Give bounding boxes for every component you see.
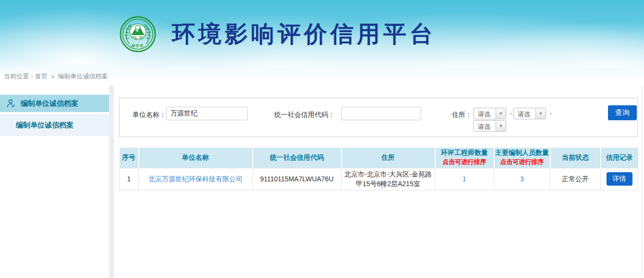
province-select[interactable]: 请选择 ▼ [474, 108, 506, 119]
chevron-down-icon: ▼ [496, 121, 506, 131]
address-dash: - [549, 110, 552, 117]
detail-button[interactable]: 详情 [607, 172, 632, 186]
breadcrumb-prefix: 当前位置： [4, 72, 35, 81]
breadcrumb-home-link[interactable]: 首页 [35, 72, 48, 81]
col-header-address: 住所 [341, 148, 435, 168]
breadcrumb-current: 编制单位诚信档案 [58, 72, 108, 81]
table-header-row: 序号 单位名称 统一社会信用代码 住所 环评工程师数量 点击可进行排序 主要编制… [120, 148, 638, 168]
svg-text:MEE: MEE [132, 43, 145, 48]
site-banner: MEE 环境影响评价信用平台 [0, 0, 644, 67]
sidebar-parent-label: 编制单位诚信档案 [21, 99, 78, 108]
address-dash: - [510, 110, 512, 117]
unit-name-label: 单位名称： [133, 111, 166, 119]
district-select[interactable]: 请选择 ▼ [474, 120, 506, 132]
col-header-unit-name: 单位名称 [139, 148, 253, 168]
table-row: 1 北京万源世纪环保科技有限公司 91110115MA7LWUA76U 北京市-… [120, 168, 638, 190]
col-header-index: 序号 [120, 148, 139, 168]
chevron-down-icon: ▼ [535, 108, 546, 119]
col-header-credit-record: 信用记录 [601, 148, 638, 168]
sidebar-divider [109, 86, 114, 278]
chevron-down-icon: ▼ [496, 108, 506, 119]
sidebar-subitem-label: 编制单位诚信档案 [16, 121, 73, 130]
search-panel: 单位名称： 统一社会信用代码： 住所： 请选择 ▼ - 请选择 ▼ - 请选择 … [119, 98, 638, 137]
sort-hint: 点击可进行排序 [436, 158, 494, 166]
unit-name-input[interactable] [166, 107, 248, 120]
col-header-staff-count-sort[interactable]: 主要编制人员数量 点击可进行排序 [494, 148, 550, 168]
address-label: 住所： [452, 111, 472, 119]
mee-logo-icon: MEE [119, 15, 157, 53]
cell-index: 1 [120, 168, 139, 190]
sort-hint: 点击可进行排序 [495, 158, 550, 166]
person-check-icon [6, 98, 16, 109]
col-header-status: 当前状态 [550, 148, 601, 168]
cell-credit-code: 91110115MA7LWUA76U [253, 168, 341, 190]
sidebar-item-unit-credit-archive[interactable]: 编制单位诚信档案 [0, 95, 109, 112]
site-title: 环境影响评价信用平台 [172, 19, 436, 50]
sidebar: 编制单位诚信档案 编制单位诚信档案 [0, 86, 109, 278]
col-header-credit-code: 统一社会信用代码 [253, 148, 341, 168]
city-select[interactable]: 请选择 ▼ [513, 108, 546, 119]
cell-address: 北京市-北京市-大兴区-金苑路 甲15号6幢2层A215室 [341, 168, 435, 190]
engineer-count-link[interactable]: 1 [462, 175, 466, 183]
company-name-link[interactable]: 北京万源世纪环保科技有限公司 [148, 175, 243, 183]
sidebar-subitem-unit-credit-archive[interactable]: 编制单位诚信档案 [0, 114, 109, 136]
query-button[interactable]: 查询 [608, 105, 637, 120]
results-table: 序号 单位名称 统一社会信用代码 住所 环评工程师数量 点击可进行排序 主要编制… [119, 148, 638, 190]
breadcrumb-separator: > [51, 73, 55, 80]
credit-code-input[interactable] [341, 107, 421, 120]
cell-status: 正常公开 [550, 168, 601, 190]
staff-count-link[interactable]: 3 [520, 175, 524, 183]
col-header-engineer-count-sort[interactable]: 环评工程师数量 点击可进行排序 [435, 148, 494, 168]
main-content: 单位名称： 统一社会信用代码： 住所： 请选择 ▼ - 请选择 ▼ - 请选择 … [114, 86, 642, 278]
breadcrumb: 当前位置： 首页 > 编制单位诚信档案 [0, 67, 644, 86]
credit-code-label: 统一社会信用代码： [274, 111, 335, 119]
